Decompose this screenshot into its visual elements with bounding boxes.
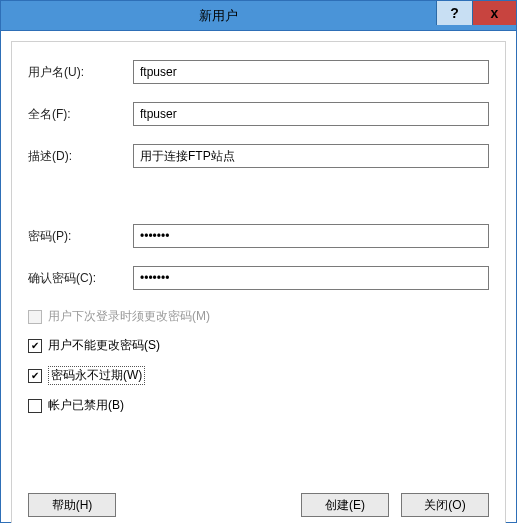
row-confirm: 确认密码(C): <box>28 266 489 290</box>
label-acct-disabled: 帐户已禁用(B) <box>48 397 124 414</box>
description-input[interactable] <box>133 144 489 168</box>
row-password: 密码(P): <box>28 224 489 248</box>
checkbox-never-expires[interactable] <box>28 369 42 383</box>
dialog-footer: 帮助(H) 创建(E) 关闭(O) <box>28 493 489 517</box>
label-never-expires: 密码永不过期(W) <box>48 366 145 385</box>
form-panel: 用户名(U): 全名(F): 描述(D): 密码(P): 确认密码(C): <box>11 41 506 523</box>
label-description: 描述(D): <box>28 148 133 165</box>
row-fullname: 全名(F): <box>28 102 489 126</box>
check-never-expires[interactable]: 密码永不过期(W) <box>28 366 489 385</box>
fullname-input[interactable] <box>133 102 489 126</box>
row-description: 描述(D): <box>28 144 489 168</box>
spacer <box>28 186 489 224</box>
help-icon[interactable]: ? <box>436 1 472 25</box>
password-input[interactable] <box>133 224 489 248</box>
check-cannot-change[interactable]: 用户不能更改密码(S) <box>28 337 489 354</box>
window-controls: ? x <box>436 1 516 30</box>
label-cannot-change: 用户不能更改密码(S) <box>48 337 160 354</box>
checkbox-acct-disabled[interactable] <box>28 399 42 413</box>
checkbox-group: 用户下次登录时须更改密码(M) 用户不能更改密码(S) 密码永不过期(W) 帐户… <box>28 308 489 414</box>
titlebar[interactable]: 新用户 ? x <box>1 1 516 31</box>
check-acct-disabled[interactable]: 帐户已禁用(B) <box>28 397 489 414</box>
label-confirm: 确认密码(C): <box>28 270 133 287</box>
footer-right-group: 创建(E) 关闭(O) <box>301 493 489 517</box>
label-fullname: 全名(F): <box>28 106 133 123</box>
confirm-password-input[interactable] <box>133 266 489 290</box>
username-input[interactable] <box>133 60 489 84</box>
label-password: 密码(P): <box>28 228 133 245</box>
checkbox-must-change <box>28 310 42 324</box>
row-username: 用户名(U): <box>28 60 489 84</box>
checkbox-cannot-change[interactable] <box>28 339 42 353</box>
help-button[interactable]: 帮助(H) <box>28 493 116 517</box>
dialog-content: 用户名(U): 全名(F): 描述(D): 密码(P): 确认密码(C): <box>1 31 516 522</box>
new-user-dialog: 新用户 ? x 用户名(U): 全名(F): 描述(D): 密码(P): <box>0 0 517 523</box>
close-button[interactable]: 关闭(O) <box>401 493 489 517</box>
label-username: 用户名(U): <box>28 64 133 81</box>
check-must-change: 用户下次登录时须更改密码(M) <box>28 308 489 325</box>
label-must-change: 用户下次登录时须更改密码(M) <box>48 308 210 325</box>
create-button[interactable]: 创建(E) <box>301 493 389 517</box>
window-title: 新用户 <box>1 7 436 25</box>
close-icon[interactable]: x <box>472 1 516 25</box>
